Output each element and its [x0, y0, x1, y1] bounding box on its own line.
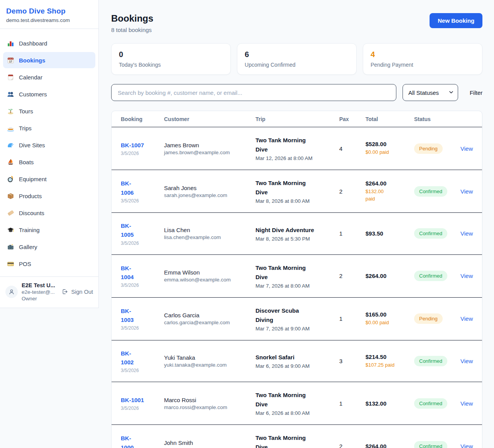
- sidebar-item[interactable]: Gallery: [3, 239, 95, 255]
- camera-icon: [7, 243, 14, 251]
- booking-date: 3/5/2026: [121, 241, 164, 246]
- trip-cell: Night Dive Adventure Mar 8, 2026 at 5:30…: [255, 226, 339, 242]
- sidebar-user-footer: E2E Test U... e2e-tester@... Owner Sign …: [0, 276, 98, 308]
- sidebar-item-label: Bookings: [19, 57, 45, 64]
- calendar-icon: [7, 74, 14, 81]
- pax-value: 1: [339, 315, 365, 322]
- sidebar-item-label: Trips: [19, 125, 32, 131]
- sidebar-item[interactable]: Boats: [3, 154, 95, 170]
- status-filter-select[interactable]: All Statuses: [403, 84, 458, 101]
- view-link[interactable]: View: [460, 358, 473, 364]
- page-title: Bookings: [111, 13, 153, 24]
- sidebar-item[interactable]: Calendar: [3, 69, 95, 85]
- trip-cell: Two Tank Morning Dive Mar 6, 2026 at 8:0…: [255, 391, 339, 416]
- view-link[interactable]: View: [460, 400, 473, 407]
- customer-name: Sarah Jones: [164, 185, 255, 191]
- filter-button[interactable]: Filter: [470, 89, 482, 96]
- customer-email: emma.wilson@example.com: [164, 277, 255, 283]
- view-link[interactable]: View: [460, 188, 473, 195]
- search-input[interactable]: [111, 84, 396, 101]
- sidebar-item[interactable]: Dive Sites: [3, 137, 95, 153]
- trip-cell: Two Tank Morning Dive Mar 7, 2026 at 8:0…: [255, 263, 339, 289]
- booking-id-link[interactable]: BK-1001: [121, 396, 144, 404]
- sidebar-item[interactable]: Trips: [3, 120, 95, 136]
- status-cell: Confirmed: [414, 228, 460, 239]
- tag-icon: [7, 209, 14, 217]
- customer-email: yuki.tanaka@example.com: [164, 362, 255, 368]
- total-amount: $264.00: [365, 180, 414, 187]
- booking-id-link[interactable]: BK- 1002: [121, 349, 134, 367]
- sailboat-icon: [7, 158, 14, 166]
- booking-id-link[interactable]: BK- 1005: [121, 221, 134, 239]
- pax-value: 1: [339, 230, 365, 237]
- trip-datetime: Mar 12, 2026 at 8:00 AM: [255, 155, 339, 161]
- booking-id-link[interactable]: BK- 1000: [121, 434, 134, 448]
- booking-cell: BK- 1005 3/5/2026: [121, 221, 164, 246]
- sidebar-item[interactable]: POS: [3, 256, 95, 272]
- pax-value: 2: [339, 188, 365, 195]
- bookings-table: Booking Customer Trip Pax Total Status B…: [111, 111, 482, 448]
- sidebar-item-label: POS: [19, 261, 31, 267]
- customer-cell: Emma Wilson emma.wilson@example.com: [164, 269, 255, 283]
- customer-name: Lisa Chen: [164, 227, 255, 233]
- trip-name: Night Dive Adventure: [255, 226, 339, 235]
- view-link[interactable]: View: [460, 273, 473, 279]
- brand-domain: demo.test.divestreams.com: [6, 17, 92, 23]
- total-amount: $264.00: [365, 443, 414, 448]
- customer-name: Emma Wilson: [164, 269, 255, 276]
- sidebar-item[interactable]: Products: [3, 188, 95, 204]
- user-name: E2E Test U...: [22, 282, 58, 288]
- booking-id-link[interactable]: BK-1007: [121, 141, 144, 150]
- sidebar-item[interactable]: Customers: [3, 86, 95, 102]
- sidebar-item[interactable]: 17 Bookings: [3, 52, 95, 68]
- stat-card: 4 Pending Payment: [363, 43, 482, 75]
- sidebar-item[interactable]: Training: [3, 222, 95, 238]
- status-badge: Confirmed: [414, 228, 447, 239]
- pax-value: 1: [339, 400, 365, 407]
- sign-out-button[interactable]: Sign Out: [61, 288, 93, 296]
- total-cell: $264.00: [365, 273, 414, 279]
- status-badge: Confirmed: [414, 441, 447, 448]
- customers-icon: [7, 91, 14, 98]
- signout-icon: [61, 288, 69, 296]
- customer-email: marco.rossi@example.com: [164, 404, 255, 410]
- trip-name: Snorkel Safari: [255, 353, 339, 362]
- status-cell: Pending: [414, 143, 460, 154]
- sidebar-item[interactable]: Tours: [3, 103, 95, 119]
- booking-cell: BK- 1000 3/5/2026: [121, 434, 164, 448]
- booking-id-link[interactable]: BK- 1003: [121, 307, 134, 325]
- sidebar-item-label: Equipment: [19, 176, 47, 182]
- booking-id-link[interactable]: BK- 1006: [121, 179, 134, 197]
- booking-cell: BK- 1003 3/5/2026: [121, 307, 164, 331]
- svg-text:17: 17: [9, 60, 12, 62]
- pax-value: 2: [339, 443, 365, 448]
- table-header-row: Booking Customer Trip Pax Total Status: [112, 111, 482, 127]
- sidebar-item-label: Discounts: [19, 210, 44, 216]
- user-meta: E2E Test U... e2e-tester@... Owner: [22, 282, 58, 301]
- sidebar-item[interactable]: Equipment: [3, 171, 95, 187]
- view-link[interactable]: View: [460, 230, 473, 237]
- booking-id-link[interactable]: BK- 1004: [121, 264, 134, 282]
- table-row: BK-1001 3/5/2026 Marco Rossi marco.rossi…: [112, 382, 482, 424]
- trip-datetime: Mar 8, 2026 at 5:30 PM: [255, 236, 339, 242]
- table-row: BK- 1005 3/5/2026 Lisa Chen lisa.chen@ex…: [112, 212, 482, 254]
- trip-cell: Two Tank Morning Dive Mar 6, 2026 at 8:0…: [255, 433, 339, 448]
- sidebar-item[interactable]: Dashboard: [3, 35, 95, 51]
- sidebar-item[interactable]: Discounts: [3, 205, 95, 221]
- table-row: BK- 1002 3/5/2026 Yuki Tanaka yuki.tanak…: [112, 340, 482, 382]
- graduation-cap-icon: [7, 226, 14, 234]
- column-header-booking: Booking: [121, 116, 164, 122]
- brand-block: Demo Dive Shop demo.test.divestreams.com: [0, 0, 98, 29]
- new-booking-button[interactable]: New Booking: [430, 13, 482, 28]
- booking-cell: BK- 1004 3/5/2026: [121, 264, 164, 288]
- stat-value: 0: [119, 50, 223, 59]
- total-amount: $528.00: [365, 141, 414, 147]
- view-link[interactable]: View: [460, 145, 473, 152]
- pax-value: 4: [339, 145, 365, 152]
- status-badge: Confirmed: [414, 398, 447, 409]
- view-link[interactable]: View: [460, 443, 473, 448]
- sidebar-item-label: Boats: [19, 159, 34, 165]
- column-header-total: Total: [365, 116, 414, 122]
- view-link[interactable]: View: [460, 315, 473, 322]
- booking-cell: BK-1001 3/5/2026: [121, 396, 164, 411]
